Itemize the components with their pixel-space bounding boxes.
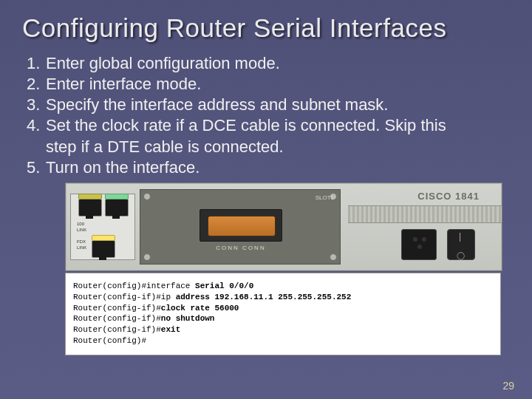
router-faceplate: 100LINKFDXLINK [70, 194, 135, 260]
step-number: 5. [27, 157, 46, 178]
cli-prompt: Router(config)# [73, 281, 146, 292]
step-4-continued: step if a DTE cable is connected. [27, 137, 511, 157]
slot-label: SLOT1 [316, 194, 334, 201]
terminal-line: Router(config)#interface Serial 0/0/0 [73, 281, 493, 292]
cli-command: address 192.168.11.1 255.255.255.252 [176, 292, 352, 303]
cli-prompt: Router(config-if)# [73, 313, 161, 324]
screw-icon [330, 253, 337, 261]
power-inlet-icon [401, 229, 437, 260]
serial-connector: CONN CONN [200, 209, 282, 242]
step-2: 2. Enter interface mode. [27, 74, 511, 95]
page-number: 29 [502, 380, 514, 392]
connector-label: CONN CONN [200, 245, 282, 251]
router-image: 100LINKFDXLINK SLOT1 CONN CONN CISCO 184… [65, 183, 502, 271]
step-text: Turn on the interface. [46, 157, 511, 178]
terminal-output: Router(config)#interface Serial 0/0/0 Ro… [65, 273, 501, 355]
step-text: step if a DTE cable is connected. [46, 137, 511, 157]
step-number: 1. [27, 53, 46, 74]
terminal-line: Router(config-if)#no shutdown [73, 313, 493, 324]
cli-prompt: Router(config-if)# [73, 303, 161, 314]
step-text: Enter global configuration mode. [46, 53, 511, 74]
step-number: 2. [27, 74, 46, 95]
wic-module: SLOT1 CONN CONN [140, 189, 341, 265]
screw-icon [143, 193, 151, 200]
slide-title: Configuring Router Serial Interfaces [22, 13, 511, 43]
led-labels: 100LINKFDXLINK [77, 221, 86, 250]
cli-text: interface [146, 281, 195, 292]
router-brand-label: CISCO 1841 [417, 191, 480, 202]
steps-list: 1. Enter global configuration mode. 2. E… [27, 53, 511, 178]
cli-command: no shutdown [161, 313, 215, 324]
cli-text: ip [161, 292, 176, 303]
ethernet-port-icon [78, 199, 102, 216]
cli-prompt: Router(config)# [73, 335, 146, 347]
step-number: 3. [27, 95, 46, 115]
power-switch-icon [447, 229, 475, 260]
step-number: 4. [27, 115, 46, 136]
ethernet-port-icon [92, 240, 115, 258]
step-4: 4. Set the clock rate if a DCE cable is … [27, 115, 511, 136]
step-3: 3. Specify the interface address and sub… [27, 95, 511, 115]
cli-prompt: Router(config-if)# [73, 292, 161, 303]
cli-prompt: Router(config-if)# [73, 324, 161, 335]
step-1: 1. Enter global configuration mode. [27, 53, 511, 74]
step-5: 5. Turn on the interface. [27, 157, 511, 178]
terminal-line: Router(config-if)#exit [73, 324, 493, 335]
vent-strip-icon [348, 205, 502, 223]
terminal-line: Router(config-if)#ip address 192.168.11.… [73, 292, 493, 303]
cli-command: clock rate 56000 [161, 303, 239, 314]
step-text: Set the clock rate if a DCE cable is con… [46, 115, 511, 136]
screw-icon [143, 253, 151, 261]
step-text: Specify the interface address and subnet… [46, 95, 511, 115]
terminal-line: Router(config-if)#clock rate 56000 [73, 303, 493, 314]
smart-serial-icon [208, 216, 276, 236]
step-text: Enter interface mode. [46, 74, 511, 95]
cli-command: Serial 0/0/0 [195, 281, 253, 292]
terminal-line: Router(config)# [73, 335, 493, 347]
slide: Configuring Router Serial Interfaces 1. … [0, 0, 532, 399]
console-port-icon [105, 199, 129, 216]
cli-command: exit [161, 324, 180, 335]
